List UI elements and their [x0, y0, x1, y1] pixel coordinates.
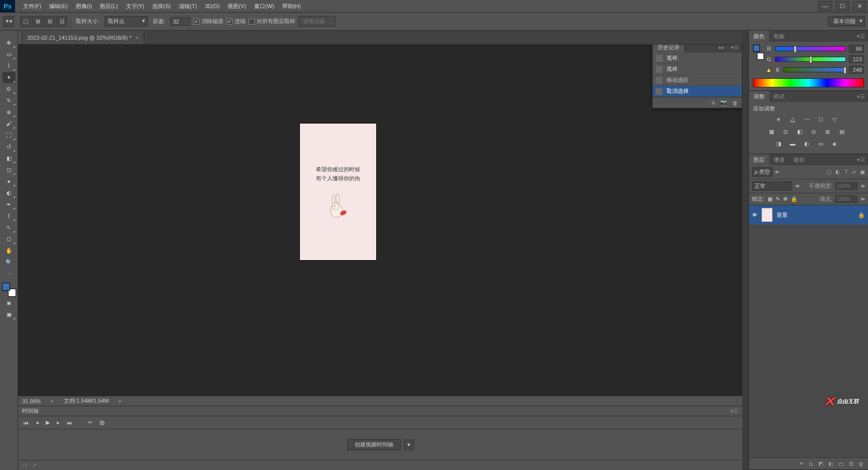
zoom-value[interactable]: 31.98%	[22, 398, 41, 404]
canvas-viewport[interactable]: 希望你难过的时候 有个人懂得你的伤 历史记录 ▸▸ ▾☰ 魔棒	[18, 45, 742, 396]
color-spectrum[interactable]	[753, 78, 864, 87]
healing-tool[interactable]: ⊕	[3, 106, 16, 118]
tl-prev-icon[interactable]: ◂	[36, 419, 39, 426]
menu-help[interactable]: 帮助(H)	[278, 0, 305, 13]
color-mini-swatch[interactable]	[753, 45, 764, 60]
levels-icon[interactable]: ⧋	[790, 116, 799, 125]
magic-wand-tool[interactable]: ✦	[3, 72, 16, 83]
link-icon[interactable]: ⚭	[799, 460, 804, 467]
blend-mode-select[interactable]: 正常	[752, 181, 792, 191]
layer-filter-kind[interactable]: ρ 类型	[752, 167, 773, 177]
blur-tool[interactable]: ●	[3, 176, 16, 187]
dodge-tool[interactable]: ◐	[3, 187, 16, 198]
tool-preset-icon[interactable]: ✦▾	[3, 16, 14, 27]
balance-icon[interactable]: ⚖	[783, 129, 792, 137]
pen-tool[interactable]: ✒	[3, 199, 16, 210]
b-input[interactable]: 248	[849, 66, 864, 74]
history-brush-tool[interactable]: ↺	[3, 141, 16, 152]
eyedropper-tool[interactable]: ✎	[3, 95, 16, 106]
styles-tab[interactable]: 样式	[769, 91, 789, 102]
tolerance-input[interactable]: 32	[170, 17, 190, 26]
hue-icon[interactable]: ▦	[769, 129, 778, 137]
contiguous-checkbox[interactable]: ✔连续	[227, 18, 246, 25]
timeline-tab[interactable]: 时间轴	[22, 407, 39, 415]
tl-first-icon[interactable]: ⏮	[23, 420, 29, 426]
r-slider[interactable]	[775, 46, 846, 51]
selection-intersect-icon[interactable]: ⊡	[56, 16, 67, 27]
filter-pixel-icon[interactable]: ▢	[826, 169, 831, 175]
opacity-input[interactable]: 100%	[835, 182, 857, 190]
eraser-tool[interactable]: ◧	[3, 153, 16, 164]
maximize-button[interactable]: ☐	[835, 1, 849, 11]
panel-menu-icon[interactable]: ▾☰	[854, 93, 868, 100]
trash-icon[interactable]: 🗑	[858, 461, 864, 467]
history-item[interactable]: 取消选择	[653, 86, 742, 97]
panel-collapse-icon[interactable]: ▸▸	[716, 45, 728, 51]
close-button[interactable]: ✕	[852, 1, 866, 11]
close-tab-icon[interactable]: ×	[135, 35, 138, 41]
new-layer-icon[interactable]: ⊞	[849, 460, 853, 467]
menu-select[interactable]: 选择(S)	[148, 0, 175, 13]
path-select-tool[interactable]: ↖	[3, 222, 16, 233]
channels-tab[interactable]: 通道	[769, 154, 789, 165]
gradient-tool[interactable]: ◫	[3, 164, 16, 175]
color-tab[interactable]: 颜色	[749, 31, 769, 42]
history-tab[interactable]: 历史记录	[653, 45, 685, 53]
timeline-menu-icon[interactable]: ▾☰	[730, 408, 738, 414]
group-icon[interactable]: 🗀	[838, 461, 844, 467]
g-input[interactable]: 123	[849, 55, 864, 63]
paths-tab[interactable]: 路径	[789, 154, 809, 165]
lock-pixels-icon[interactable]: ✎	[776, 196, 780, 202]
lock-trans-icon[interactable]: ▦	[768, 196, 773, 202]
create-video-timeline-button[interactable]: 创建视频时间轴	[347, 439, 401, 450]
menu-view[interactable]: 视图(V)	[224, 0, 250, 13]
menu-edit[interactable]: 编辑(E)	[45, 0, 72, 13]
photo-filter-icon[interactable]: ◎	[811, 129, 820, 137]
marquee-tool[interactable]: ▭	[3, 49, 16, 60]
workspace-select[interactable]: 基本功能	[828, 16, 865, 27]
panel-collapse-strip[interactable]	[742, 31, 748, 470]
menu-window[interactable]: 窗口(W)	[250, 0, 278, 13]
lock-pos-icon[interactable]: ✥	[783, 196, 788, 202]
stamp-tool[interactable]: ⛶	[3, 130, 16, 141]
filter-adjust-icon[interactable]: ◐	[835, 169, 840, 175]
vibrance-icon[interactable]: ▽	[832, 116, 841, 125]
edit-toolbar[interactable]: ⋯	[3, 268, 16, 279]
menu-filter[interactable]: 滤镜(T)	[175, 0, 201, 13]
tl-render-icon[interactable]: ↗	[32, 462, 37, 468]
layer-item[interactable]: 👁 背景 🔒	[749, 205, 868, 224]
move-tool[interactable]: ✥	[3, 37, 16, 48]
hand-tool[interactable]: ✋	[3, 245, 16, 256]
selection-new-icon[interactable]: ▢	[20, 16, 31, 27]
tl-next-icon[interactable]: ▸	[57, 419, 60, 426]
selection-subtract-icon[interactable]: ⊟	[44, 16, 55, 27]
quick-mask-toggle[interactable]: ◙	[3, 297, 16, 308]
text-tool[interactable]: T	[3, 210, 16, 221]
toolbar-grip[interactable]: ⋯	[0, 33, 18, 37]
curves-icon[interactable]: 〰	[804, 116, 813, 125]
tl-transition-icon[interactable]: ▨	[99, 419, 104, 426]
posterize-icon[interactable]: ▬	[790, 141, 799, 149]
tl-last-icon[interactable]: ⏭	[67, 420, 72, 426]
gradient-map-icon[interactable]: ▭	[818, 141, 827, 149]
fx-icon[interactable]: fx	[809, 461, 813, 467]
layers-tab[interactable]: 图层	[749, 154, 769, 165]
mask-icon[interactable]: ◩	[818, 460, 823, 467]
zoom-tool[interactable]: 🔍	[3, 257, 16, 268]
sample-size-select[interactable]: 取样点	[104, 16, 148, 27]
r-input[interactable]: 68	[849, 45, 864, 53]
menu-image[interactable]: 图像(I)	[72, 0, 96, 13]
crop-tool[interactable]: ⯐	[3, 83, 16, 94]
document-tab[interactable]: 2023-02-21_141153.png @ 32%(RGB/8) * ×	[22, 31, 144, 44]
delete-icon[interactable]: 🗑	[732, 100, 738, 106]
g-slider[interactable]	[775, 57, 846, 62]
bw-icon[interactable]: ◧	[797, 129, 806, 137]
adjustment-layer-icon[interactable]: ◐	[828, 460, 833, 467]
mixer-icon[interactable]: ⊞	[825, 129, 834, 137]
snapshot-icon[interactable]: 📷	[720, 99, 727, 106]
menu-layer[interactable]: 图层(L)	[96, 0, 122, 13]
tl-play-icon[interactable]: ▶	[46, 419, 50, 426]
exposure-icon[interactable]: ☐	[818, 116, 827, 125]
visibility-icon[interactable]: 👁	[752, 212, 757, 218]
new-doc-from-state-icon[interactable]: ⎘	[712, 100, 715, 106]
